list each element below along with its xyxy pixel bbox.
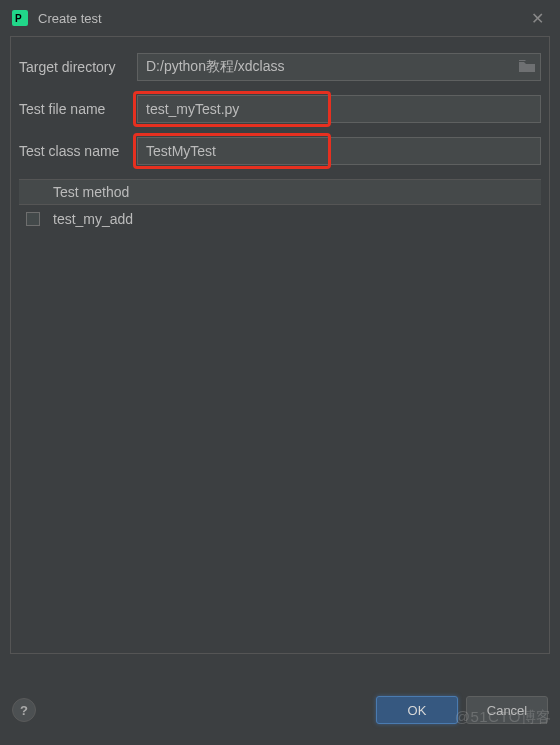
label-test-class-name: Test class name bbox=[19, 143, 137, 159]
test-methods-table: Test method test_my_add bbox=[19, 179, 541, 233]
button-bar: ? OK Cancel bbox=[0, 675, 560, 745]
help-button[interactable]: ? bbox=[12, 698, 36, 722]
row-checkbox[interactable] bbox=[26, 212, 40, 226]
pycharm-icon: P bbox=[12, 10, 28, 26]
row-test-file-name: Test file name bbox=[19, 95, 541, 123]
cancel-button[interactable]: Cancel bbox=[466, 696, 548, 724]
table-row[interactable]: test_my_add bbox=[19, 205, 541, 233]
svg-text:P: P bbox=[15, 13, 22, 24]
folder-browse-icon[interactable] bbox=[519, 59, 535, 75]
row-method-name: test_my_add bbox=[47, 211, 541, 227]
header-method-col: Test method bbox=[47, 184, 541, 200]
ok-button[interactable]: OK bbox=[376, 696, 458, 724]
input-target-directory[interactable] bbox=[137, 53, 541, 81]
table-header: Test method bbox=[19, 179, 541, 205]
row-test-class-name: Test class name bbox=[19, 137, 541, 165]
titlebar: P Create test ✕ bbox=[0, 0, 560, 36]
input-test-file-name[interactable] bbox=[137, 95, 541, 123]
dialog-content: Target directory Test file name Test cla… bbox=[10, 36, 550, 654]
label-target-directory: Target directory bbox=[19, 59, 137, 75]
row-target-directory: Target directory bbox=[19, 53, 541, 81]
input-test-class-name[interactable] bbox=[137, 137, 541, 165]
dialog-title: Create test bbox=[38, 11, 527, 26]
close-icon[interactable]: ✕ bbox=[527, 9, 548, 28]
label-test-file-name: Test file name bbox=[19, 101, 137, 117]
